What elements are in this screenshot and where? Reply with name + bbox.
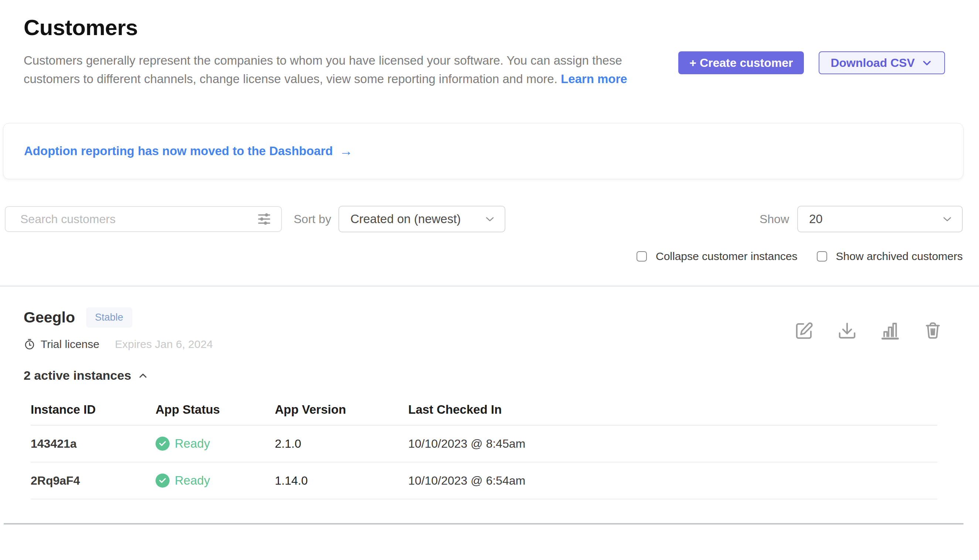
active-instances-toggle[interactable]: 2 active instances bbox=[23, 368, 149, 383]
app-status: Ready bbox=[155, 437, 275, 451]
show-archived-option[interactable]: Show archived customers bbox=[817, 250, 963, 263]
bottom-divider bbox=[4, 523, 964, 525]
instance-id: 143421a bbox=[31, 437, 155, 451]
banner-text: Adoption reporting has now moved to the … bbox=[24, 144, 333, 158]
collapse-instances-option[interactable]: Collapse customer instances bbox=[637, 250, 797, 263]
table-row: 2Rq9aF4 Ready 1.14.0 10/10/2023 @ 6:54am bbox=[31, 462, 937, 499]
chevron-down-icon bbox=[483, 212, 497, 226]
last-checked-in: 10/10/2023 @ 6:54am bbox=[408, 474, 937, 488]
customer-reporting-button[interactable] bbox=[880, 321, 900, 341]
adoption-banner-link[interactable]: Adoption reporting has now moved to the … bbox=[24, 143, 353, 159]
customer-card: Geeglo Stable Trial license Expires Jan … bbox=[0, 287, 979, 499]
delete-customer-button[interactable] bbox=[923, 321, 943, 341]
download-icon bbox=[837, 321, 857, 341]
instances-table: Instance ID App Status App Version Last … bbox=[31, 403, 937, 499]
show-select[interactable]: 20 bbox=[797, 206, 963, 232]
chevron-up-icon bbox=[137, 370, 149, 382]
channel-badge: Stable bbox=[86, 307, 132, 328]
arrow-right-icon: → bbox=[340, 143, 353, 159]
sort-select-value: Created on (newest) bbox=[350, 212, 461, 226]
sort-select[interactable]: Created on (newest) bbox=[339, 206, 505, 232]
header-actions: + Create customer Download CSV bbox=[678, 51, 945, 74]
app-version: 1.14.0 bbox=[275, 474, 408, 488]
active-instances-label: 2 active instances bbox=[23, 368, 131, 383]
description-text: Customers generally represent the compan… bbox=[23, 53, 622, 86]
edit-icon bbox=[794, 321, 814, 341]
checkbox-row: Collapse customer instances Show archive… bbox=[0, 250, 963, 263]
column-header-instance-id: Instance ID bbox=[31, 403, 155, 417]
filter-sliders-icon[interactable] bbox=[256, 211, 272, 227]
customers-page: Customers Customers generally represent … bbox=[0, 0, 979, 560]
download-csv-button[interactable]: Download CSV bbox=[819, 51, 945, 74]
app-version: 2.1.0 bbox=[275, 437, 408, 451]
page-description: Customers generally represent the compan… bbox=[23, 51, 663, 88]
show-archived-checkbox[interactable] bbox=[817, 251, 827, 262]
chevron-down-icon bbox=[921, 57, 933, 69]
sort-by-label: Sort by bbox=[294, 212, 331, 226]
customer-info: Geeglo Stable Trial license Expires Jan … bbox=[23, 307, 213, 350]
download-customer-button[interactable] bbox=[837, 321, 857, 341]
check-circle-icon bbox=[155, 473, 170, 488]
learn-more-link[interactable]: Learn more bbox=[561, 72, 627, 86]
show-archived-label: Show archived customers bbox=[836, 250, 963, 263]
collapse-instances-checkbox[interactable] bbox=[637, 251, 647, 262]
column-header-last-checked-in: Last Checked In bbox=[408, 403, 937, 417]
table-row: 143421a Ready 2.1.0 10/10/2023 @ 8:45am bbox=[31, 425, 937, 462]
collapse-instances-label: Collapse customer instances bbox=[656, 250, 797, 263]
last-checked-in: 10/10/2023 @ 8:45am bbox=[408, 437, 937, 451]
table-header-row: Instance ID App Status App Version Last … bbox=[31, 403, 937, 425]
app-status-text: Ready bbox=[175, 437, 210, 451]
customer-actions bbox=[794, 321, 943, 341]
column-header-app-status: App Status bbox=[155, 403, 275, 417]
page-header: Customers Customers generally represent … bbox=[0, 0, 979, 88]
trash-icon bbox=[923, 321, 943, 341]
app-status-text: Ready bbox=[175, 473, 210, 488]
edit-customer-button[interactable] bbox=[794, 321, 814, 341]
stopwatch-icon bbox=[23, 338, 35, 350]
toolbar: Sort by Created on (newest) Show 20 bbox=[5, 206, 963, 232]
app-status: Ready bbox=[155, 473, 275, 488]
customer-name: Geeglo bbox=[23, 309, 75, 326]
chevron-down-icon bbox=[941, 212, 954, 226]
column-header-app-version: App Version bbox=[275, 403, 408, 417]
create-customer-button[interactable]: + Create customer bbox=[678, 51, 804, 74]
bar-chart-icon bbox=[880, 321, 900, 341]
search-box bbox=[5, 206, 282, 232]
page-title: Customers bbox=[23, 15, 945, 40]
search-input[interactable] bbox=[5, 212, 256, 226]
adoption-banner: Adoption reporting has now moved to the … bbox=[3, 123, 964, 179]
show-label: Show bbox=[760, 212, 789, 226]
license-type: Trial license bbox=[41, 338, 99, 350]
download-csv-label: Download CSV bbox=[831, 56, 915, 70]
show-select-value: 20 bbox=[809, 212, 823, 226]
license-expires: Expires Jan 6, 2024 bbox=[115, 338, 213, 350]
instance-id: 2Rq9aF4 bbox=[31, 474, 155, 488]
check-circle-icon bbox=[155, 437, 170, 451]
